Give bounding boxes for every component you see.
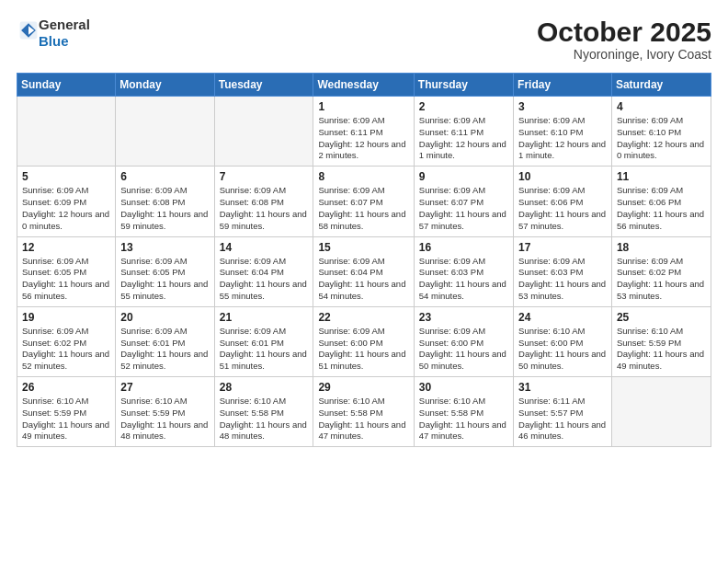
table-row: 27Sunrise: 6:10 AM Sunset: 5:59 PM Dayli… bbox=[116, 377, 214, 447]
day-number: 2 bbox=[419, 100, 508, 113]
day-info: Sunrise: 6:09 AM Sunset: 6:02 PM Dayligh… bbox=[617, 256, 706, 303]
calendar-week-row: 12Sunrise: 6:09 AM Sunset: 6:05 PM Dayli… bbox=[17, 236, 711, 306]
table-row: 14Sunrise: 6:09 AM Sunset: 6:04 PM Dayli… bbox=[214, 236, 313, 306]
table-row: 10Sunrise: 6:09 AM Sunset: 6:06 PM Dayli… bbox=[514, 167, 612, 236]
table-row: 1Sunrise: 6:09 AM Sunset: 6:11 PM Daylig… bbox=[313, 97, 414, 167]
day-info: Sunrise: 6:10 AM Sunset: 5:58 PM Dayligh… bbox=[318, 396, 408, 442]
day-info: Sunrise: 6:10 AM Sunset: 5:58 PM Dayligh… bbox=[220, 396, 309, 442]
col-sunday: Sunday bbox=[17, 74, 116, 97]
day-number: 13 bbox=[120, 241, 209, 254]
table-row: 25Sunrise: 6:10 AM Sunset: 5:59 PM Dayli… bbox=[611, 306, 711, 376]
day-info: Sunrise: 6:09 AM Sunset: 6:00 PM Dayligh… bbox=[419, 326, 508, 373]
day-info: Sunrise: 6:09 AM Sunset: 6:06 PM Dayligh… bbox=[518, 185, 607, 232]
day-info: Sunrise: 6:10 AM Sunset: 6:00 PM Dayligh… bbox=[518, 326, 607, 373]
table-row: 21Sunrise: 6:09 AM Sunset: 6:01 PM Dayli… bbox=[214, 306, 313, 376]
day-number: 24 bbox=[518, 311, 607, 324]
logo-blue: Blue bbox=[39, 33, 69, 49]
day-number: 3 bbox=[518, 100, 607, 113]
day-info: Sunrise: 6:09 AM Sunset: 6:02 PM Dayligh… bbox=[22, 326, 110, 373]
day-info: Sunrise: 6:09 AM Sunset: 6:06 PM Dayligh… bbox=[617, 185, 706, 232]
day-info: Sunrise: 6:10 AM Sunset: 5:58 PM Dayligh… bbox=[419, 396, 508, 442]
day-info: Sunrise: 6:09 AM Sunset: 6:09 PM Dayligh… bbox=[22, 185, 110, 232]
table-row bbox=[214, 97, 313, 167]
day-info: Sunrise: 6:09 AM Sunset: 6:04 PM Dayligh… bbox=[318, 256, 408, 303]
table-row: 7Sunrise: 6:09 AM Sunset: 6:08 PM Daylig… bbox=[214, 167, 313, 236]
day-number: 31 bbox=[518, 381, 607, 394]
table-row: 23Sunrise: 6:09 AM Sunset: 6:00 PM Dayli… bbox=[414, 306, 513, 376]
day-info: Sunrise: 6:10 AM Sunset: 5:59 PM Dayligh… bbox=[22, 396, 110, 442]
logo-text: General Blue bbox=[39, 17, 90, 50]
day-number: 29 bbox=[318, 381, 408, 394]
day-info: Sunrise: 6:09 AM Sunset: 6:11 PM Dayligh… bbox=[318, 115, 408, 162]
day-info: Sunrise: 6:10 AM Sunset: 5:59 PM Dayligh… bbox=[617, 326, 706, 373]
day-number: 21 bbox=[220, 311, 309, 324]
day-info: Sunrise: 6:09 AM Sunset: 6:04 PM Dayligh… bbox=[220, 256, 309, 303]
day-info: Sunrise: 6:09 AM Sunset: 6:07 PM Dayligh… bbox=[318, 185, 408, 232]
day-number: 19 bbox=[22, 311, 110, 324]
table-row: 4Sunrise: 6:09 AM Sunset: 6:10 PM Daylig… bbox=[611, 97, 711, 167]
col-wednesday: Wednesday bbox=[313, 74, 414, 97]
table-row: 29Sunrise: 6:10 AM Sunset: 5:58 PM Dayli… bbox=[313, 377, 414, 447]
calendar-week-row: 5Sunrise: 6:09 AM Sunset: 6:09 PM Daylig… bbox=[17, 167, 711, 236]
table-row: 3Sunrise: 6:09 AM Sunset: 6:10 PM Daylig… bbox=[514, 97, 612, 167]
day-number: 23 bbox=[419, 311, 508, 324]
table-row bbox=[611, 377, 711, 447]
day-number: 26 bbox=[22, 381, 110, 394]
table-row: 19Sunrise: 6:09 AM Sunset: 6:02 PM Dayli… bbox=[17, 306, 116, 376]
day-number: 25 bbox=[617, 311, 706, 324]
day-number: 5 bbox=[22, 170, 110, 183]
day-number: 27 bbox=[120, 381, 209, 394]
day-number: 20 bbox=[120, 311, 209, 324]
table-row: 16Sunrise: 6:09 AM Sunset: 6:03 PM Dayli… bbox=[414, 236, 513, 306]
table-row: 31Sunrise: 6:11 AM Sunset: 5:57 PM Dayli… bbox=[514, 377, 612, 447]
title-block: October 2025 Nyoroninge, Ivory Coast bbox=[537, 17, 711, 62]
logo-icon bbox=[18, 20, 39, 40]
day-info: Sunrise: 6:09 AM Sunset: 6:05 PM Dayligh… bbox=[120, 256, 209, 303]
table-row: 22Sunrise: 6:09 AM Sunset: 6:00 PM Dayli… bbox=[313, 306, 414, 376]
day-number: 4 bbox=[617, 100, 706, 113]
day-info: Sunrise: 6:09 AM Sunset: 6:10 PM Dayligh… bbox=[518, 115, 607, 162]
day-info: Sunrise: 6:09 AM Sunset: 6:01 PM Dayligh… bbox=[120, 326, 209, 373]
day-number: 12 bbox=[22, 241, 110, 254]
logo: General Blue bbox=[17, 17, 90, 50]
day-info: Sunrise: 6:09 AM Sunset: 6:08 PM Dayligh… bbox=[220, 185, 309, 232]
day-number: 22 bbox=[318, 311, 408, 324]
page: General Blue October 2025 Nyoroninge, Iv… bbox=[0, 0, 728, 563]
day-info: Sunrise: 6:09 AM Sunset: 6:00 PM Dayligh… bbox=[318, 326, 408, 373]
day-number: 16 bbox=[419, 241, 508, 254]
table-row: 20Sunrise: 6:09 AM Sunset: 6:01 PM Dayli… bbox=[116, 306, 214, 376]
logo-general: General bbox=[39, 17, 90, 32]
day-info: Sunrise: 6:10 AM Sunset: 5:59 PM Dayligh… bbox=[120, 396, 209, 442]
day-info: Sunrise: 6:09 AM Sunset: 6:08 PM Dayligh… bbox=[120, 185, 209, 232]
location-title: Nyoroninge, Ivory Coast bbox=[537, 47, 711, 62]
day-info: Sunrise: 6:09 AM Sunset: 6:03 PM Dayligh… bbox=[419, 256, 508, 303]
table-row: 24Sunrise: 6:10 AM Sunset: 6:00 PM Dayli… bbox=[514, 306, 612, 376]
table-row: 30Sunrise: 6:10 AM Sunset: 5:58 PM Dayli… bbox=[414, 377, 513, 447]
month-title: October 2025 bbox=[537, 17, 711, 47]
day-number: 30 bbox=[419, 381, 508, 394]
day-info: Sunrise: 6:09 AM Sunset: 6:05 PM Dayligh… bbox=[22, 256, 110, 303]
col-tuesday: Tuesday bbox=[214, 74, 313, 97]
table-row: 17Sunrise: 6:09 AM Sunset: 6:03 PM Dayli… bbox=[514, 236, 612, 306]
day-number: 10 bbox=[518, 170, 607, 183]
calendar-week-row: 26Sunrise: 6:10 AM Sunset: 5:59 PM Dayli… bbox=[17, 377, 711, 447]
day-number: 6 bbox=[120, 170, 209, 183]
header: General Blue October 2025 Nyoroninge, Iv… bbox=[17, 17, 711, 62]
table-row: 6Sunrise: 6:09 AM Sunset: 6:08 PM Daylig… bbox=[116, 167, 214, 236]
calendar-table: Sunday Monday Tuesday Wednesday Thursday… bbox=[17, 73, 711, 447]
table-row: 5Sunrise: 6:09 AM Sunset: 6:09 PM Daylig… bbox=[17, 167, 116, 236]
day-number: 18 bbox=[617, 241, 706, 254]
table-row: 8Sunrise: 6:09 AM Sunset: 6:07 PM Daylig… bbox=[313, 167, 414, 236]
table-row: 18Sunrise: 6:09 AM Sunset: 6:02 PM Dayli… bbox=[611, 236, 711, 306]
day-info: Sunrise: 6:09 AM Sunset: 6:07 PM Dayligh… bbox=[419, 185, 508, 232]
day-info: Sunrise: 6:11 AM Sunset: 5:57 PM Dayligh… bbox=[518, 396, 607, 442]
day-number: 8 bbox=[318, 170, 408, 183]
table-row: 13Sunrise: 6:09 AM Sunset: 6:05 PM Dayli… bbox=[116, 236, 214, 306]
day-info: Sunrise: 6:09 AM Sunset: 6:01 PM Dayligh… bbox=[220, 326, 309, 373]
col-friday: Friday bbox=[514, 74, 612, 97]
table-row: 11Sunrise: 6:09 AM Sunset: 6:06 PM Dayli… bbox=[611, 167, 711, 236]
day-info: Sunrise: 6:09 AM Sunset: 6:03 PM Dayligh… bbox=[518, 256, 607, 303]
day-info: Sunrise: 6:09 AM Sunset: 6:11 PM Dayligh… bbox=[419, 115, 508, 162]
day-info: Sunrise: 6:09 AM Sunset: 6:10 PM Dayligh… bbox=[617, 115, 706, 162]
day-number: 9 bbox=[419, 170, 508, 183]
